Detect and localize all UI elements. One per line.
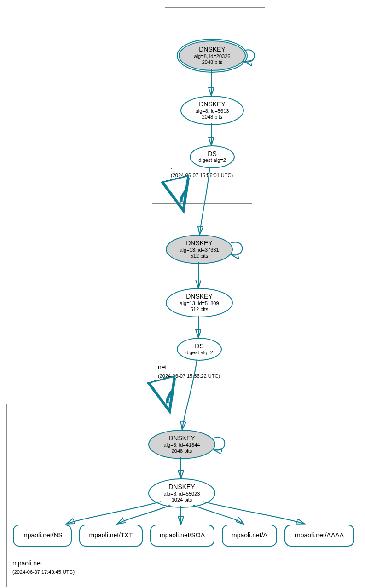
ds-alg: digest alg=2 <box>185 350 213 356</box>
dnskey-alg: alg=8, id=41344 <box>164 442 200 448</box>
dnskey-bits: 2048 bits <box>172 448 192 454</box>
rrset-label: mpaoli.net/AAAA <box>295 532 344 539</box>
dnskey-net-ksk: DNSKEY alg=13, id=37331 512 bits <box>166 235 233 264</box>
dnskey-title: DNSKEY <box>186 293 213 300</box>
dnskey-title: DNSKEY <box>199 101 226 108</box>
rrset-a: mpaoli.net/A <box>222 525 277 547</box>
rrset-label: mpaoli.net/NS <box>22 532 63 539</box>
dnskey-bits: 2048 bits <box>202 59 223 65</box>
zone-net-name: net <box>158 363 167 371</box>
rrset-label: mpaoli.net/TXT <box>89 532 133 539</box>
dnskey-root-ksk: DNSKEY alg=8, id=20326 2048 bits <box>179 40 246 71</box>
dnskey-bits: 2048 bits <box>202 114 223 120</box>
dnskey-mpaoli-zsk: DNSKEY alg=8, id=55023 1024 bits <box>148 478 215 508</box>
dnskey-alg: alg=8, id=20326 <box>194 53 231 59</box>
rrset-aaaa: mpaoli.net/AAAA <box>284 525 354 547</box>
dnskey-bits: 512 bits <box>191 306 209 312</box>
dnskey-root-zsk: DNSKEY alg=8, id=5613 2048 bits <box>180 96 244 125</box>
dnskey-net-zsk: DNSKEY alg=13, id=51809 512 bits <box>166 288 233 317</box>
edge-zone-net-to-mpaoli <box>167 391 172 403</box>
ds-alg: digest alg=2 <box>198 157 226 163</box>
zone-root-name: . <box>171 163 173 170</box>
zone-root-timestamp: (2024-06-07 15:56:01 UTC) <box>171 173 233 178</box>
zone-mpaoli-label: mpaoli.net (2024-06-07 17:40:45 UTC) <box>12 559 75 576</box>
rrset-soa: mpaoli.net/SOA <box>150 525 214 547</box>
zone-mpaoli-timestamp: (2024-06-07 17:40:45 UTC) <box>12 569 75 575</box>
rrset-txt: mpaoli.net/TXT <box>79 525 143 547</box>
dnskey-mpaoli-ksk: DNSKEY alg=8, id=41344 2048 bits <box>148 430 215 459</box>
zone-net-timestamp: (2024-06-07 15:56:22 UTC) <box>158 373 220 379</box>
ds-title: DS <box>208 150 216 157</box>
zone-mpaoli-name: mpaoli.net <box>12 559 42 567</box>
dnskey-bits: 1024 bits <box>172 497 192 503</box>
dnskey-title: DNSKEY <box>168 484 195 490</box>
dnskey-title: DNSKEY <box>168 435 195 442</box>
zone-net-label: net (2024-06-07 15:56:22 UTC) <box>158 363 220 380</box>
dnskey-alg: alg=8, id=55023 <box>164 491 200 497</box>
dnskey-bits: 512 bits <box>191 253 209 259</box>
dnskey-alg: alg=8, id=5613 <box>196 108 229 114</box>
rrset-ns: mpaoli.net/NS <box>13 525 72 547</box>
dnskey-alg: alg=13, id=37331 <box>180 247 219 253</box>
ds-title: DS <box>195 343 203 350</box>
dnskey-title: DNSKEY <box>186 240 213 247</box>
dnskey-alg: alg=13, id=51809 <box>180 300 219 306</box>
rrset-label: mpaoli.net/SOA <box>160 532 205 539</box>
rrset-label: mpaoli.net/A <box>232 532 267 539</box>
ds-root: DS digest alg=2 <box>190 145 235 168</box>
ds-net: DS digest alg=2 <box>177 338 222 361</box>
dnskey-title: DNSKEY <box>199 46 226 53</box>
edge-zone-root-to-net <box>181 190 186 202</box>
